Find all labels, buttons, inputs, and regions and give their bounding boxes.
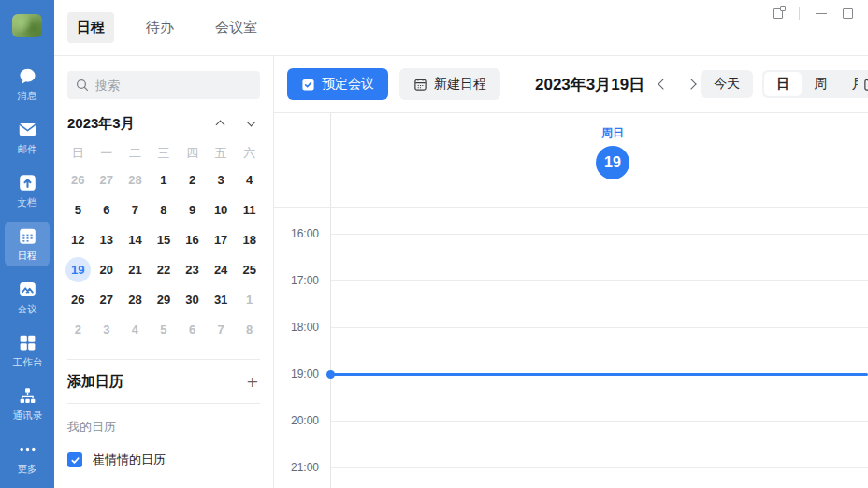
mini-calendar-day[interactable]: 10 — [207, 194, 236, 224]
mini-calendar-day[interactable]: 6 — [93, 194, 122, 224]
mini-calendar-day[interactable]: 14 — [121, 224, 150, 254]
sidebar-item-label: 更多 — [18, 462, 37, 475]
topbar: 日程待办会议室 — [54, 0, 868, 56]
mini-calendar-day-number: 7 — [209, 317, 234, 342]
mini-calendar-day[interactable]: 1 — [235, 284, 264, 314]
mini-calendar-day-number: 26 — [65, 287, 91, 312]
mini-calendar-day[interactable]: 21 — [121, 254, 150, 284]
popout-icon[interactable] — [773, 8, 783, 19]
mini-calendar-day-number: 18 — [237, 227, 262, 252]
mini-calendar-day[interactable]: 7 — [207, 314, 236, 344]
mini-calendar-day[interactable]: 22 — [150, 254, 179, 284]
minimize-button[interactable] — [816, 13, 827, 15]
calendar-checkbox[interactable] — [67, 452, 82, 467]
mini-calendar-day[interactable]: 3 — [93, 314, 122, 344]
mini-calendar-day[interactable]: 13 — [93, 224, 122, 254]
calendar-panel: 2023年3月 日一二三四五六 262728123456789101112131… — [54, 56, 274, 488]
meeting-check-icon — [301, 78, 315, 92]
mini-calendar-day[interactable]: 8 — [150, 194, 179, 224]
hour-line — [331, 327, 868, 328]
time-label: 16:00 — [274, 226, 319, 241]
mini-calendar-day[interactable]: 1 — [150, 165, 179, 194]
mini-calendar-day-number: 1 — [151, 167, 176, 193]
mini-calendar-day[interactable]: 6 — [178, 314, 207, 344]
book-meeting-button[interactable]: 预定会议 — [287, 68, 388, 100]
view-segment[interactable]: 周 — [802, 72, 839, 96]
mini-calendar-prev-button[interactable] — [215, 117, 225, 130]
mini-calendar-day[interactable]: 27 — [93, 284, 122, 314]
toolbar: 预定会议 新建日程 2023年3月19日 今天 日周月 — [274, 56, 868, 113]
mini-calendar-day[interactable]: 31 — [207, 284, 236, 314]
mini-calendar-day[interactable]: 18 — [235, 224, 264, 254]
mini-calendar-day[interactable]: 9 — [178, 194, 207, 224]
search-box[interactable] — [67, 71, 260, 99]
calendar-list-icon — [863, 78, 868, 92]
mini-calendar-day[interactable]: 16 — [178, 224, 207, 254]
contacts-icon — [18, 386, 37, 406]
mini-calendar-day[interactable]: 4 — [121, 314, 150, 344]
mini-calendar-day[interactable]: 24 — [207, 254, 236, 284]
mini-calendar-next-button[interactable] — [246, 117, 256, 130]
avatar[interactable] — [12, 14, 42, 37]
view-segment[interactable]: 日 — [764, 72, 802, 96]
mini-calendar-day[interactable]: 7 — [121, 194, 150, 224]
mini-calendar-day[interactable]: 15 — [150, 224, 179, 254]
header-tab[interactable]: 日程 — [67, 12, 114, 43]
prev-day-button[interactable] — [654, 75, 673, 93]
sidebar-item-mail[interactable]: 邮件 — [5, 115, 50, 160]
search-input[interactable] — [95, 79, 252, 93]
mini-calendar-day[interactable]: 4 — [235, 165, 264, 194]
sidebar-item-more[interactable]: 更多 — [5, 435, 50, 480]
plus-icon[interactable]: + — [247, 372, 258, 392]
next-day-button[interactable] — [682, 75, 701, 93]
new-event-button[interactable]: 新建日程 — [399, 68, 500, 100]
sidebar-item-meeting[interactable]: 会议 — [5, 275, 50, 320]
mini-calendar-day[interactable]: 11 — [235, 194, 264, 224]
add-calendar-row[interactable]: 添加日历 + — [54, 360, 273, 403]
mini-calendar-weekdays: 日一二三四五六 — [54, 142, 273, 165]
mini-calendar-day[interactable]: 17 — [207, 224, 236, 254]
mini-calendar-day[interactable]: 2 — [64, 314, 93, 344]
mini-calendar-day[interactable]: 28 — [121, 284, 150, 314]
mini-calendar-day[interactable]: 5 — [64, 194, 93, 224]
sidebar-item-workbench[interactable]: 工作台 — [5, 328, 50, 373]
mini-calendar-day[interactable]: 3 — [207, 165, 236, 194]
mini-calendar-day[interactable]: 25 — [235, 254, 264, 284]
sidebar-item-calendar[interactable]: 日程 — [5, 222, 50, 266]
mini-calendar-day-number: 4 — [237, 167, 262, 193]
today-button[interactable]: 今天 — [701, 70, 753, 98]
mini-calendar-day-number: 3 — [94, 317, 119, 342]
sidebar-item-contacts[interactable]: 通讯录 — [5, 381, 50, 426]
mini-calendar-day[interactable]: 19 — [64, 254, 93, 284]
mini-calendar-day[interactable]: 8 — [235, 314, 264, 344]
mini-calendar-day-number: 14 — [123, 227, 148, 252]
calendar-list-item[interactable]: 崔情情的日历 — [67, 452, 260, 468]
header-tab[interactable]: 待办 — [137, 12, 183, 43]
mini-calendar-day[interactable]: 23 — [178, 254, 207, 284]
mini-calendar-day[interactable]: 27 — [93, 165, 122, 194]
mini-calendar-day[interactable]: 5 — [150, 314, 179, 344]
mini-calendar-day-number: 27 — [94, 167, 119, 193]
selected-day-badge[interactable]: 19 — [596, 146, 629, 179]
mini-calendar-day[interactable]: 30 — [178, 284, 207, 314]
schedule-list-button[interactable] — [858, 70, 868, 98]
workbench-icon — [18, 333, 37, 352]
mini-calendar-day[interactable]: 28 — [121, 165, 150, 194]
my-calendars-label: 我的日历 — [67, 419, 260, 436]
mini-calendar-day-number: 5 — [65, 197, 91, 222]
mini-calendar-day[interactable]: 29 — [150, 284, 179, 314]
content: 日程待办会议室 2023年3月 — [54, 0, 868, 488]
mini-calendar-day[interactable]: 12 — [64, 224, 93, 254]
sidebar-item-doc[interactable]: 文档 — [5, 168, 50, 213]
mini-calendar-day-number: 1 — [237, 287, 262, 312]
mini-calendar-day[interactable]: 26 — [64, 165, 93, 194]
mini-calendar-day[interactable]: 20 — [93, 254, 122, 284]
mini-calendar-day-number: 5 — [151, 317, 176, 342]
sidebar-item-message[interactable]: 消息 — [5, 62, 50, 107]
maximize-button[interactable] — [843, 8, 853, 19]
day-grid[interactable]: 21:0020:0019:0018:0017:0016:00 — [274, 208, 868, 488]
header-tab[interactable]: 会议室 — [206, 12, 267, 43]
mini-calendar-day[interactable]: 2 — [178, 165, 207, 194]
mini-calendar-day-number: 28 — [123, 287, 148, 312]
mini-calendar-day[interactable]: 26 — [64, 284, 93, 314]
